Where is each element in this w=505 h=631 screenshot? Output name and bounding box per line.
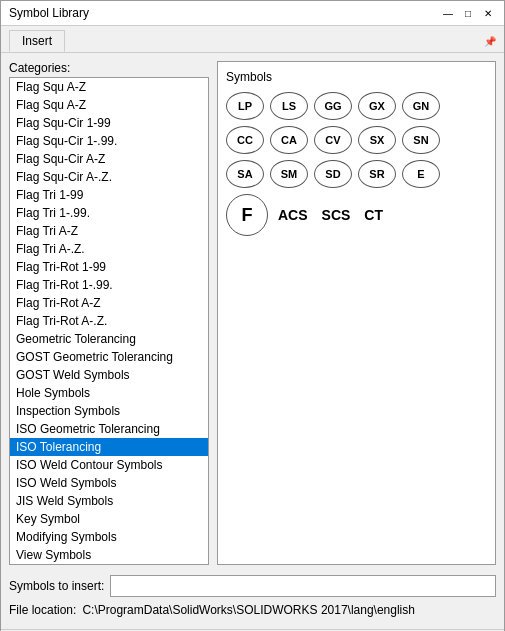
list-item[interactable]: Flag Tri-Rot A-.Z.: [10, 312, 208, 330]
symbols-row: SASMSDSRE: [226, 160, 487, 188]
list-item[interactable]: ISO Tolerancing: [10, 438, 208, 456]
window-controls: — □ ✕: [440, 5, 496, 21]
symbols-label: Symbols: [226, 70, 487, 84]
list-item[interactable]: GOST Weld Symbols: [10, 366, 208, 384]
list-item[interactable]: GOST Geometric Tolerancing: [10, 348, 208, 366]
list-item[interactable]: Hole Symbols: [10, 384, 208, 402]
symbol-button[interactable]: SX: [358, 126, 396, 154]
list-item[interactable]: Flag Squ-Cir 1-99: [10, 114, 208, 132]
list-item[interactable]: View Symbols: [10, 546, 208, 564]
list-item[interactable]: JIS Weld Symbols: [10, 492, 208, 510]
symbol-button[interactable]: CC: [226, 126, 264, 154]
close-button[interactable]: ✕: [480, 5, 496, 21]
symbol-button[interactable]: LP: [226, 92, 264, 120]
list-item[interactable]: Modifying Symbols: [10, 528, 208, 546]
file-location-label: File location:: [9, 603, 76, 617]
categories-label: Categories:: [9, 61, 209, 75]
window-title: Symbol Library: [9, 6, 89, 20]
list-item[interactable]: Flag Tri-Rot 1-.99.: [10, 276, 208, 294]
list-item[interactable]: Flag Tri 1-.99.: [10, 204, 208, 222]
symbol-button[interactable]: SN: [402, 126, 440, 154]
symbols-to-insert-input[interactable]: [110, 575, 496, 597]
list-item[interactable]: Flag Squ-Cir 1-.99.: [10, 132, 208, 150]
symbol-button[interactable]: GN: [402, 92, 440, 120]
bottom-area: Symbols to insert: File location: C:\Pro…: [9, 571, 496, 621]
list-item[interactable]: Flag Tri 1-99: [10, 186, 208, 204]
insert-tab[interactable]: Insert: [9, 30, 65, 52]
list-item[interactable]: Key Symbol: [10, 510, 208, 528]
symbol-text-item[interactable]: SCS: [318, 205, 355, 225]
symbol-button[interactable]: GG: [314, 92, 352, 120]
symbol-button[interactable]: CV: [314, 126, 352, 154]
symbol-button[interactable]: SM: [270, 160, 308, 188]
symbol-button[interactable]: CA: [270, 126, 308, 154]
list-item[interactable]: Flag Tri-Rot A-Z: [10, 294, 208, 312]
symbols-row: LPLSGGGXGN: [226, 92, 487, 120]
minimize-button[interactable]: —: [440, 5, 456, 21]
symbol-library-window: Symbol Library — □ ✕ Insert 📌 Categories…: [0, 0, 505, 631]
symbols-to-insert-label: Symbols to insert:: [9, 579, 104, 593]
list-item[interactable]: ISO Geometric Tolerancing: [10, 420, 208, 438]
list-item[interactable]: ISO Weld Contour Symbols: [10, 456, 208, 474]
list-item[interactable]: Flag Tri-Rot 1-99: [10, 258, 208, 276]
list-item[interactable]: Geometric Tolerancing: [10, 330, 208, 348]
list-item[interactable]: Flag Squ-Cir A-.Z.: [10, 168, 208, 186]
symbol-button[interactable]: SA: [226, 160, 264, 188]
symbol-text-item[interactable]: CT: [360, 205, 387, 225]
symbol-button[interactable]: GX: [358, 92, 396, 120]
content-area: Categories: Flag Squ A-ZFlag Squ A-ZFlag…: [1, 53, 504, 629]
list-item[interactable]: Flag Squ-Cir A-Z: [10, 150, 208, 168]
title-bar: Symbol Library — □ ✕: [1, 1, 504, 26]
symbol-text-item[interactable]: ACS: [274, 205, 312, 225]
symbol-button[interactable]: E: [402, 160, 440, 188]
symbols-grid: LPLSGGGXGNCCCACVSXSNSASMSDSREFACSSCSCT: [226, 92, 487, 236]
list-item[interactable]: ISO Weld Symbols: [10, 474, 208, 492]
file-location-value: C:\ProgramData\SolidWorks\SOLIDWORKS 201…: [82, 603, 415, 617]
symbol-button[interactable]: LS: [270, 92, 308, 120]
symbols-panel: Symbols LPLSGGGXGNCCCACVSXSNSASMSDSREFAC…: [217, 61, 496, 565]
maximize-button[interactable]: □: [460, 5, 476, 21]
symbol-button[interactable]: SR: [358, 160, 396, 188]
list-item[interactable]: Flag Tri A-.Z.: [10, 240, 208, 258]
list-item[interactable]: Flag Squ A-Z: [10, 78, 208, 96]
symbols-row: CCCACVSXSN: [226, 126, 487, 154]
main-area: Categories: Flag Squ A-ZFlag Squ A-ZFlag…: [9, 61, 496, 565]
list-item[interactable]: Flag Squ A-Z: [10, 96, 208, 114]
tab-bar: Insert 📌: [1, 26, 504, 53]
symbols-to-insert-row: Symbols to insert:: [9, 575, 496, 597]
symbols-row: FACSSCSCT: [226, 194, 487, 236]
categories-list[interactable]: Flag Squ A-ZFlag Squ A-ZFlag Squ-Cir 1-9…: [9, 77, 209, 565]
categories-panel: Categories: Flag Squ A-ZFlag Squ A-ZFlag…: [9, 61, 209, 565]
file-location-row: File location: C:\ProgramData\SolidWorks…: [9, 603, 496, 617]
symbol-button[interactable]: SD: [314, 160, 352, 188]
symbol-button[interactable]: F: [226, 194, 268, 236]
list-item[interactable]: Inspection Symbols: [10, 402, 208, 420]
list-item[interactable]: Flag Tri A-Z: [10, 222, 208, 240]
pin-button[interactable]: 📌: [484, 36, 496, 47]
